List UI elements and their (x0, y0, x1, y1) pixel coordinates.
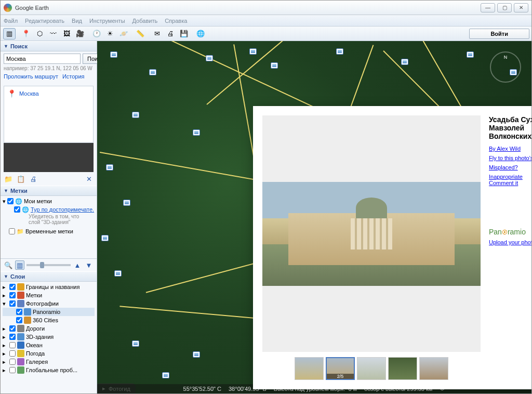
menu-add[interactable]: Добавить (132, 18, 158, 24)
search-hint: например: 37 25 19.1 N, 122 05 06 W (4, 65, 94, 71)
comment-link[interactable]: Comment it (489, 180, 531, 186)
places-view-icon[interactable]: ▥ (15, 260, 24, 270)
save-search-button[interactable]: 📁 (4, 174, 13, 183)
compass-icon[interactable]: N (490, 51, 521, 83)
image-overlay-button[interactable]: 🖼 (60, 28, 73, 40)
photo-marker-icon[interactable] (162, 372, 169, 378)
thumb-5[interactable] (419, 357, 448, 380)
layer-row[interactable]: ▸Погода (3, 349, 95, 358)
tree-my-places[interactable]: ▾🌐Мои метки (3, 197, 95, 205)
layer-row[interactable]: 360 Cities (3, 316, 95, 324)
app-icon (4, 4, 12, 12)
thumb-3[interactable] (357, 357, 386, 380)
menubar: Файл Редактировать Вид Инструменты Добав… (1, 15, 531, 27)
route-link[interactable]: Проложить маршрут (4, 73, 58, 80)
ruler-button[interactable]: 📏 (134, 28, 147, 40)
tree-temp-places[interactable]: 📁Временные метки (3, 227, 95, 235)
photo-thumbnails: 2/5 (262, 357, 481, 380)
close-button[interactable]: ✕ (514, 3, 528, 12)
signin-button[interactable]: Войти (469, 29, 529, 39)
photo-popup: ✕ 2/5 (253, 106, 531, 389)
save-image-button[interactable]: 💾 (178, 28, 190, 40)
thumb-4[interactable] (388, 357, 417, 380)
layer-row[interactable]: ▸3D-здания (3, 333, 95, 341)
panoramio-logo: Pan⦿ramio (489, 228, 531, 236)
thumb-1[interactable] (295, 357, 324, 380)
photo-marker-icon[interactable] (401, 59, 408, 65)
thumb-2[interactable]: 2/5 (326, 357, 355, 380)
photo-marker-icon[interactable] (132, 112, 139, 118)
search-input[interactable] (4, 54, 81, 64)
places-up-button[interactable]: ▲ (73, 260, 82, 270)
search-preview (4, 143, 94, 172)
clear-search-button[interactable]: ✕ (84, 174, 94, 183)
app-window: Google Earth — ▢ ✕ Файл Редактировать Ви… (0, 0, 532, 394)
maximize-button[interactable]: ▢ (497, 3, 512, 12)
search-results: 📍 Москва (4, 86, 94, 143)
view-maps-button[interactable]: 🌐 (194, 28, 207, 40)
photo-marker-icon[interactable] (193, 129, 200, 136)
sunlight-button[interactable]: ☀ (104, 28, 116, 40)
polygon-button[interactable]: ⬡ (33, 28, 46, 40)
author-link[interactable]: By Alex Wild (489, 146, 531, 152)
menu-tools[interactable]: Инструменты (89, 18, 125, 24)
photo-main[interactable] (262, 115, 481, 352)
layer-row[interactable]: ▸Глобальные проб... (3, 366, 95, 374)
titlebar: Google Earth — ▢ ✕ (1, 1, 531, 15)
menu-file[interactable]: Файл (4, 18, 18, 24)
record-tour-button[interactable]: 🎥 (74, 28, 86, 40)
history-link[interactable]: История (62, 73, 85, 80)
toggle-sidebar-button[interactable]: ▥ (3, 28, 16, 40)
path-button[interactable]: 〰 (47, 28, 59, 40)
photo-marker-icon[interactable] (123, 200, 130, 206)
photo-marker-icon[interactable] (206, 55, 213, 61)
history-button[interactable]: 🕐 (90, 28, 103, 40)
photo-marker-icon[interactable] (249, 48, 257, 55)
email-button[interactable]: ✉ (151, 28, 163, 40)
layers-tree: ▸Границы и названия▸Метки▾ФотографииPano… (1, 282, 97, 393)
upload-link[interactable]: Upload your photos (489, 239, 531, 245)
places-down-button[interactable]: ▼ (84, 260, 94, 270)
sidebar: ▼Поиск Поиск например: 37 25 19.1 N, 122… (1, 41, 97, 393)
photo-marker-icon[interactable] (132, 340, 139, 347)
places-toolbar: 🔍 ▥ ▲ ▼ (1, 258, 97, 271)
layers-panel-header[interactable]: ▼Слои (1, 271, 97, 282)
misplaced-link[interactable]: Misplaced? (489, 164, 531, 170)
menu-view[interactable]: Вид (72, 18, 82, 24)
photo-marker-icon[interactable] (467, 51, 474, 58)
tree-tour[interactable]: 🌐Тур по достопримечате. (3, 205, 95, 214)
photo-marker-icon[interactable] (149, 69, 156, 75)
menu-edit[interactable]: Редактировать (25, 18, 64, 24)
opacity-slider[interactable] (26, 264, 71, 266)
print-button[interactable]: 🖨 (164, 28, 177, 40)
menu-help[interactable]: Справка (165, 18, 187, 24)
photo-marker-icon[interactable] (271, 62, 278, 69)
copy-search-button[interactable]: 📋 (16, 174, 25, 183)
photo-marker-icon[interactable] (110, 51, 117, 58)
planet-button[interactable]: 🪐 (117, 28, 130, 40)
photo-marker-icon[interactable] (106, 164, 113, 170)
layer-row[interactable]: ▸Океан (3, 341, 95, 349)
map-viewport[interactable]: N © 2016 Google Image Landsat / Copernic… (97, 41, 531, 393)
layer-row[interactable]: ▸Метки (3, 291, 95, 299)
photo-marker-icon[interactable] (114, 270, 122, 277)
flyto-link[interactable]: Fly to this photo's location (489, 155, 531, 161)
places-panel-header[interactable]: ▼Метки (1, 186, 97, 196)
layer-row[interactable]: ▸Галерея (3, 358, 95, 366)
photo-marker-icon[interactable] (101, 235, 109, 241)
popup-title: Усадьба Суханово. Мавзолей Волконских (489, 115, 531, 140)
search-panel-header[interactable]: ▼Поиск (1, 41, 97, 51)
toolbar: ▥ 📍 ⬡ 〰 🖼 🎥 🕐 ☀ 🪐 📏 ✉ 🖨 💾 🌐 Войти (1, 27, 531, 41)
layer-row[interactable]: ▾Фотографии (3, 299, 95, 308)
layer-row[interactable]: ▸Дороги (3, 324, 95, 333)
layer-row[interactable]: Panoramio (3, 308, 95, 316)
layer-row[interactable]: ▸Границы и названия (3, 283, 95, 291)
inappropriate-link[interactable]: Inappropriate (489, 174, 531, 180)
places-search-icon[interactable]: 🔍 (4, 260, 13, 270)
photo-marker-icon[interactable] (193, 351, 200, 358)
placemark-button[interactable]: 📍 (20, 28, 32, 40)
print-search-button[interactable]: 🖨 (29, 174, 38, 183)
photo-marker-icon[interactable] (336, 48, 343, 55)
minimize-button[interactable]: — (481, 3, 495, 12)
search-result-item[interactable]: 📍 Москва (7, 89, 90, 98)
